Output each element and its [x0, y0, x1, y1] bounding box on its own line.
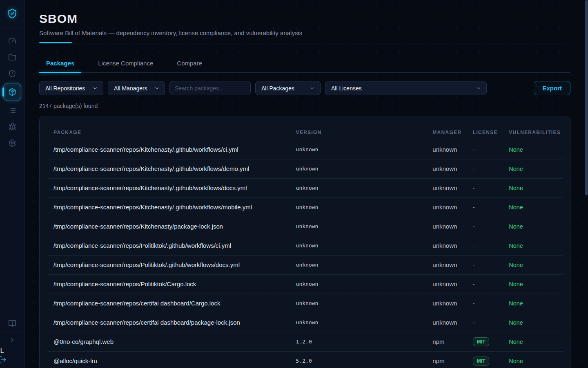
cell-mgr: unknown [426, 159, 466, 178]
cell-license: - [466, 217, 502, 236]
sidebar-item-repositories[interactable] [0, 49, 24, 65]
table-row: @alloc/quick-lru5.2.0npmMITNone [47, 351, 563, 368]
license-badge: MIT [473, 337, 490, 346]
cell-ver: unknown [290, 197, 426, 217]
folder-icon [8, 53, 16, 61]
cell-mgr: unknown [426, 255, 466, 274]
cell-pkg: /tmp/compliance-scanner/repos/Politiktok… [47, 255, 290, 274]
sidebar-expand-button[interactable] [0, 332, 24, 348]
title-divider-accent [39, 42, 72, 43]
sidebar-item-bugs[interactable] [0, 119, 24, 135]
table-row: /tmp/compliance-scanner/repos/Politiktok… [47, 255, 563, 274]
shield-check-icon [7, 8, 18, 19]
table-row: /tmp/compliance-scanner/repos/Kitchenast… [47, 197, 563, 217]
sidebar-item-settings[interactable] [0, 135, 24, 151]
repositories-select[interactable]: All Repositories [39, 81, 103, 95]
cell-mgr: npm [426, 351, 466, 368]
table-row: /tmp/compliance-scanner/repos/Kitchenast… [47, 159, 563, 178]
cell-ver: unknown [290, 294, 426, 313]
packages-select[interactable]: All Packages [255, 81, 321, 95]
search-input[interactable] [169, 81, 251, 95]
cell-vulnerabilities: None [502, 274, 563, 294]
cutoff-label: L [0, 347, 4, 355]
table-row: /tmp/compliance-scanner/repos/Kitchenast… [47, 178, 563, 197]
cell-license: - [466, 178, 502, 197]
sidebar-footer: L [0, 315, 24, 368]
cell-vulnerabilities: None [502, 217, 563, 236]
chevron-down-icon [310, 85, 315, 91]
column-header-license: LICENSE [466, 116, 502, 140]
cell-pkg: /tmp/compliance-scanner/repos/Kitchenast… [47, 197, 290, 217]
packages-select-value: All Packages [261, 85, 294, 92]
list-icon [8, 106, 16, 114]
cell-pkg: /tmp/compliance-scanner/repos/Kitchenast… [47, 140, 290, 159]
app-logo[interactable] [0, 0, 24, 27]
cell-vulnerabilities: None [502, 351, 563, 368]
main-content: SBOM Software Bill of Materials — depend… [24, 0, 588, 368]
vertical-scrollbar-thumb[interactable] [585, 0, 588, 195]
sidebar-item-vulnerabilities[interactable] [0, 65, 24, 82]
managers-select-value: All Managers [114, 85, 147, 92]
cell-license: - [466, 140, 502, 159]
table-row: /tmp/compliance-scanner/repos/Kitchenast… [47, 217, 563, 236]
gear-icon [8, 139, 16, 147]
cell-mgr: unknown [426, 217, 466, 236]
filter-bar: All Repositories All Managers All Packag… [39, 81, 570, 95]
packages-table: PACKAGEVERSIONMANAGERLICENSEVULNERABILIT… [47, 116, 563, 368]
page-title: SBOM [39, 11, 570, 26]
table-row: @0no-co/graphql.web1.2.0npmMITNone [47, 332, 563, 351]
chevron-down-icon [476, 85, 481, 91]
logout-button[interactable] [0, 356, 7, 365]
sidebar-item-dashboard[interactable] [0, 33, 24, 49]
shield-alert-icon [8, 70, 16, 78]
table-header-row: PACKAGEVERSIONMANAGERLICENSEVULNERABILIT… [47, 116, 563, 140]
cell-pkg: /tmp/compliance-scanner/repos/Politiktok… [47, 236, 290, 255]
tab-license-compliance[interactable]: License Compliance [91, 60, 160, 72]
cell-vulnerabilities: None [502, 178, 563, 197]
cell-pkg: /tmp/compliance-scanner/repos/certifai d… [47, 294, 290, 313]
cell-ver: unknown [290, 255, 426, 274]
cell-mgr: unknown [426, 294, 466, 313]
license-badge: MIT [473, 357, 490, 366]
table-row: /tmp/compliance-scanner/repos/certifai d… [47, 313, 563, 332]
cell-vulnerabilities: None [502, 159, 563, 178]
cell-pkg: /tmp/compliance-scanner/repos/Politiktok… [47, 274, 290, 294]
table-row: /tmp/compliance-scanner/repos/Kitchenast… [47, 140, 563, 159]
cell-mgr: unknown [426, 274, 466, 294]
sidebar-item-audit-list[interactable] [0, 102, 24, 119]
cell-pkg: @alloc/quick-lru [47, 351, 290, 368]
chevron-down-icon [92, 85, 98, 91]
export-button[interactable]: Export [534, 81, 570, 95]
managers-select[interactable]: All Managers [108, 81, 165, 95]
cell-vulnerabilities: None [502, 332, 563, 351]
tab-packages[interactable]: Packages [39, 60, 81, 72]
cell-vulnerabilities: None [502, 236, 563, 255]
package-icon [8, 88, 16, 96]
chevron-down-icon [154, 85, 160, 91]
cell-ver: 1.2.0 [290, 332, 426, 351]
results-count: 2147 package(s) found [39, 103, 570, 109]
cell-license: - [466, 197, 502, 217]
cell-pkg: /tmp/compliance-scanner/repos/Kitchenast… [47, 217, 290, 236]
page-subtitle: Software Bill of Materials — dependency … [39, 29, 570, 38]
active-item-indicator [2, 88, 4, 96]
cell-ver: unknown [290, 178, 426, 197]
licenses-select[interactable]: All Licenses [325, 81, 487, 95]
sidebar-item-docs[interactable] [0, 315, 24, 332]
gauge-icon [8, 37, 16, 45]
tab-compare[interactable]: Compare [170, 60, 209, 72]
cell-ver: unknown [290, 313, 426, 332]
packages-table-card: PACKAGEVERSIONMANAGERLICENSEVULNERABILIT… [39, 116, 570, 368]
cell-license: MIT [466, 332, 502, 351]
table-row: /tmp/compliance-scanner/repos/Politiktok… [47, 236, 563, 255]
cell-license: - [466, 159, 502, 178]
table-row: /tmp/compliance-scanner/repos/Politiktok… [47, 274, 563, 294]
cell-license: - [466, 294, 502, 313]
cell-license: - [466, 236, 502, 255]
sidebar: L [0, 0, 24, 368]
repositories-select-value: All Repositories [45, 85, 85, 92]
cell-vulnerabilities: None [502, 313, 563, 332]
table-row: /tmp/compliance-scanner/repos/certifai d… [47, 294, 563, 313]
sidebar-item-sbom[interactable] [0, 83, 24, 101]
cell-vulnerabilities: None [502, 140, 563, 159]
